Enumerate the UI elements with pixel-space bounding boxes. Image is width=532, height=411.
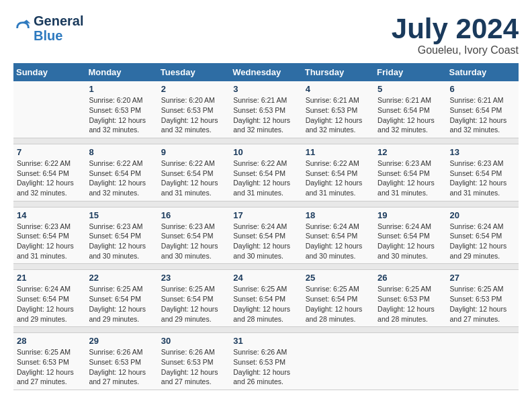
day-info: Sunrise: 6:21 AM Sunset: 6:53 PM Dayligh… (233, 95, 298, 135)
table-row: 16Sunrise: 6:23 AM Sunset: 6:54 PM Dayli… (158, 207, 230, 264)
table-row: 24Sunrise: 6:25 AM Sunset: 6:54 PM Dayli… (230, 270, 302, 327)
table-row (374, 333, 446, 390)
table-row: 18Sunrise: 6:24 AM Sunset: 6:54 PM Dayli… (302, 207, 374, 264)
calendar-header-row: Sunday Monday Tuesday Wednesday Thursday… (13, 63, 519, 81)
col-tuesday: Tuesday (158, 63, 230, 81)
day-number: 31 (233, 336, 298, 346)
table-row: 26Sunrise: 6:25 AM Sunset: 6:53 PM Dayli… (374, 270, 446, 327)
day-number: 5 (378, 84, 443, 94)
table-row (447, 333, 519, 390)
day-number: 7 (17, 147, 82, 157)
day-number: 18 (306, 210, 371, 220)
day-info: Sunrise: 6:21 AM Sunset: 6:54 PM Dayligh… (378, 95, 443, 135)
day-info: Sunrise: 6:23 AM Sunset: 6:54 PM Dayligh… (450, 158, 515, 198)
day-info: Sunrise: 6:23 AM Sunset: 6:54 PM Dayligh… (161, 222, 226, 261)
day-number: 28 (17, 336, 82, 346)
location: Goueleu, Ivory Coast (392, 44, 519, 56)
day-number: 10 (233, 147, 298, 157)
table-row: 8Sunrise: 6:22 AM Sunset: 6:54 PM Daylig… (85, 144, 157, 201)
table-row: 13Sunrise: 6:23 AM Sunset: 6:54 PM Dayli… (447, 144, 519, 201)
table-row: 19Sunrise: 6:24 AM Sunset: 6:54 PM Dayli… (374, 207, 446, 264)
table-row: 10Sunrise: 6:22 AM Sunset: 6:54 PM Dayli… (230, 144, 302, 201)
table-row: 5Sunrise: 6:21 AM Sunset: 6:54 PM Daylig… (374, 81, 446, 138)
day-info: Sunrise: 6:24 AM Sunset: 6:54 PM Dayligh… (450, 222, 515, 261)
day-info: Sunrise: 6:23 AM Sunset: 6:54 PM Dayligh… (378, 158, 443, 198)
day-number: 4 (306, 84, 371, 94)
day-number: 16 (161, 210, 226, 220)
week-separator (13, 264, 519, 270)
table-row: 7Sunrise: 6:22 AM Sunset: 6:54 PM Daylig… (13, 144, 85, 201)
table-row: 17Sunrise: 6:24 AM Sunset: 6:54 PM Dayli… (230, 207, 302, 264)
table-row (13, 81, 85, 138)
table-row: 20Sunrise: 6:24 AM Sunset: 6:54 PM Dayli… (447, 207, 519, 264)
week-separator (13, 201, 519, 207)
col-friday: Friday (374, 63, 446, 81)
table-row: 12Sunrise: 6:23 AM Sunset: 6:54 PM Dayli… (374, 144, 446, 201)
day-number: 23 (161, 273, 226, 283)
logo: General Blue (13, 13, 83, 43)
day-number: 29 (89, 336, 154, 346)
table-row: 4Sunrise: 6:21 AM Sunset: 6:53 PM Daylig… (302, 81, 374, 138)
day-number: 14 (17, 210, 82, 220)
table-row: 14Sunrise: 6:23 AM Sunset: 6:54 PM Dayli… (13, 207, 85, 264)
calendar-week-row: 7Sunrise: 6:22 AM Sunset: 6:54 PM Daylig… (13, 144, 519, 201)
day-info: Sunrise: 6:23 AM Sunset: 6:54 PM Dayligh… (17, 222, 82, 261)
table-row: 2Sunrise: 6:20 AM Sunset: 6:53 PM Daylig… (158, 81, 230, 138)
table-row: 15Sunrise: 6:23 AM Sunset: 6:54 PM Dayli… (85, 207, 157, 264)
day-number: 21 (17, 273, 82, 283)
day-number: 9 (161, 147, 226, 157)
day-number: 19 (378, 210, 443, 220)
day-number: 6 (450, 84, 515, 94)
day-info: Sunrise: 6:26 AM Sunset: 6:53 PM Dayligh… (233, 347, 298, 387)
day-number: 25 (306, 273, 371, 283)
day-number: 26 (378, 273, 443, 283)
calendar-week-row: 28Sunrise: 6:25 AM Sunset: 6:53 PM Dayli… (13, 333, 519, 390)
logo-text: General Blue (34, 13, 83, 43)
calendar-week-row: 14Sunrise: 6:23 AM Sunset: 6:54 PM Dayli… (13, 207, 519, 264)
title-block: July 2024 Goueleu, Ivory Coast (392, 13, 519, 56)
day-info: Sunrise: 6:22 AM Sunset: 6:54 PM Dayligh… (233, 158, 298, 198)
day-info: Sunrise: 6:25 AM Sunset: 6:54 PM Dayligh… (161, 284, 226, 324)
day-number: 24 (233, 273, 298, 283)
day-info: Sunrise: 6:25 AM Sunset: 6:53 PM Dayligh… (378, 284, 443, 324)
day-number: 30 (161, 336, 226, 346)
table-row: 31Sunrise: 6:26 AM Sunset: 6:53 PM Dayli… (230, 333, 302, 390)
calendar-table: Sunday Monday Tuesday Wednesday Thursday… (13, 63, 519, 390)
calendar-week-row: 1Sunrise: 6:20 AM Sunset: 6:53 PM Daylig… (13, 81, 519, 138)
day-info: Sunrise: 6:26 AM Sunset: 6:53 PM Dayligh… (161, 347, 226, 387)
day-info: Sunrise: 6:22 AM Sunset: 6:54 PM Dayligh… (161, 158, 226, 198)
day-info: Sunrise: 6:25 AM Sunset: 6:54 PM Dayligh… (233, 284, 298, 324)
day-number: 22 (89, 273, 154, 283)
day-number: 27 (450, 273, 515, 283)
week-separator (13, 327, 519, 333)
logo-icon (13, 19, 32, 38)
day-info: Sunrise: 6:25 AM Sunset: 6:53 PM Dayligh… (17, 347, 82, 387)
col-sunday: Sunday (13, 63, 85, 81)
col-monday: Monday (85, 63, 157, 81)
table-row: 30Sunrise: 6:26 AM Sunset: 6:53 PM Dayli… (158, 333, 230, 390)
month-title: July 2024 (392, 13, 519, 44)
col-thursday: Thursday (302, 63, 374, 81)
day-info: Sunrise: 6:23 AM Sunset: 6:54 PM Dayligh… (89, 222, 154, 261)
table-row: 25Sunrise: 6:25 AM Sunset: 6:54 PM Dayli… (302, 270, 374, 327)
day-info: Sunrise: 6:21 AM Sunset: 6:53 PM Dayligh… (306, 95, 371, 135)
table-row: 29Sunrise: 6:26 AM Sunset: 6:53 PM Dayli… (85, 333, 157, 390)
day-info: Sunrise: 6:24 AM Sunset: 6:54 PM Dayligh… (378, 222, 443, 261)
day-info: Sunrise: 6:21 AM Sunset: 6:54 PM Dayligh… (450, 95, 515, 135)
table-row: 21Sunrise: 6:24 AM Sunset: 6:54 PM Dayli… (13, 270, 85, 327)
day-info: Sunrise: 6:22 AM Sunset: 6:54 PM Dayligh… (306, 158, 371, 198)
table-row: 11Sunrise: 6:22 AM Sunset: 6:54 PM Dayli… (302, 144, 374, 201)
day-info: Sunrise: 6:24 AM Sunset: 6:54 PM Dayligh… (306, 222, 371, 261)
day-info: Sunrise: 6:26 AM Sunset: 6:53 PM Dayligh… (89, 347, 154, 387)
day-info: Sunrise: 6:20 AM Sunset: 6:53 PM Dayligh… (161, 95, 226, 135)
week-separator (13, 138, 519, 144)
day-info: Sunrise: 6:24 AM Sunset: 6:54 PM Dayligh… (17, 284, 82, 324)
day-number: 8 (89, 147, 154, 157)
page-header: General Blue July 2024 Goueleu, Ivory Co… (13, 13, 519, 56)
day-number: 3 (233, 84, 298, 94)
day-number: 1 (89, 84, 154, 94)
table-row: 23Sunrise: 6:25 AM Sunset: 6:54 PM Dayli… (158, 270, 230, 327)
day-info: Sunrise: 6:25 AM Sunset: 6:54 PM Dayligh… (89, 284, 154, 324)
day-info: Sunrise: 6:22 AM Sunset: 6:54 PM Dayligh… (89, 158, 154, 198)
col-saturday: Saturday (447, 63, 519, 81)
